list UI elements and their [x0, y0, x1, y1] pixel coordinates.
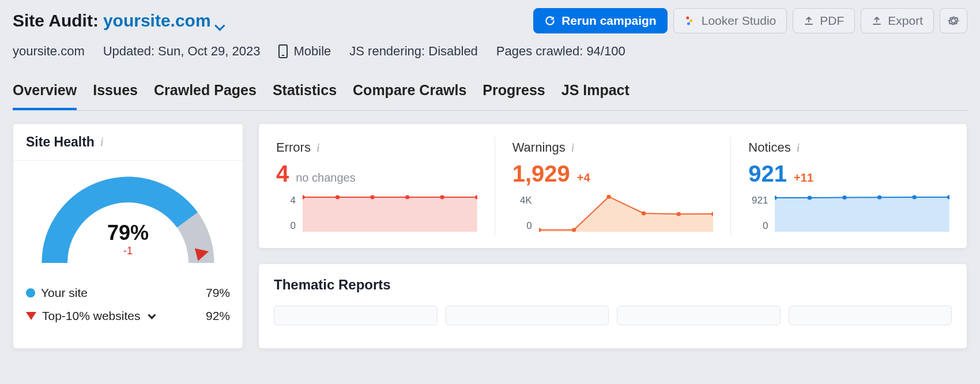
warnings-delta: +4 [577, 171, 590, 185]
settings-button[interactable] [940, 8, 967, 33]
info-icon[interactable]: i [100, 135, 104, 149]
errors-sparkline [303, 195, 477, 232]
gauge-percent: 79% [107, 221, 149, 245]
errors-sub: no changes [296, 171, 355, 185]
tab-statistics[interactable]: Statistics [273, 82, 337, 110]
tab-issues[interactable]: Issues [93, 82, 138, 110]
svg-point-5 [336, 195, 340, 199]
info-icon[interactable]: i [316, 141, 320, 155]
legend-top10[interactable]: Top-10% websites 92% [26, 304, 230, 327]
svg-point-19 [808, 196, 812, 200]
site-health-gauge: 79% -1 [33, 171, 223, 272]
dot-icon [26, 288, 35, 298]
chevron-down-icon [148, 311, 156, 319]
svg-marker-17 [775, 197, 949, 232]
stats-card: Errors i 4 no changes 4 0 [258, 123, 967, 249]
legend-your-site-value: 79% [206, 286, 230, 300]
pdf-button[interactable]: PDF [793, 8, 855, 33]
warnings-sparkline [539, 195, 714, 232]
meta-bar: yoursite.com Updated: Sun, Oct 29, 2023 … [13, 44, 967, 59]
svg-point-15 [676, 212, 681, 216]
pdf-label: PDF [820, 14, 844, 28]
rerun-campaign-button[interactable]: Rerun campaign [533, 8, 668, 33]
svg-point-2 [687, 22, 690, 25]
mobile-icon [278, 44, 288, 58]
notices-sparkline [775, 195, 949, 232]
notices-delta: +11 [794, 171, 813, 185]
svg-point-21 [877, 195, 882, 199]
thematic-block[interactable] [617, 306, 781, 325]
title-prefix: Site Audit: [13, 11, 99, 31]
meta-js-rendering: JS rendering: Disabled [349, 44, 478, 59]
rerun-label: Rerun campaign [561, 14, 657, 28]
thematic-block[interactable] [446, 306, 609, 325]
svg-point-1 [689, 20, 692, 22]
meta-updated: Updated: Sun, Oct 29, 2023 [103, 44, 261, 59]
stat-errors[interactable]: Errors i 4 no changes 4 0 [259, 137, 495, 235]
svg-point-13 [606, 195, 611, 199]
tab-crawled-pages[interactable]: Crawled Pages [154, 82, 257, 110]
page-title: Site Audit: yoursite.com [13, 11, 225, 31]
gear-icon [947, 14, 960, 27]
thematic-block[interactable] [789, 306, 952, 325]
upload-icon [804, 15, 814, 27]
looker-label: Looker Studio [702, 14, 777, 28]
svg-marker-3 [303, 197, 477, 232]
meta-pages-crawled: Pages crawled: 94/100 [496, 44, 625, 59]
meta-device: Mobile [278, 44, 331, 59]
svg-point-14 [641, 212, 646, 216]
notices-value: 921 [748, 161, 787, 187]
thematic-reports-card: Thematic Reports [258, 263, 967, 349]
refresh-icon [544, 15, 556, 27]
info-icon[interactable]: i [797, 141, 800, 155]
domain-selector[interactable]: yoursite.com [103, 11, 225, 31]
triangle-down-icon [26, 312, 36, 320]
site-health-title: Site Health i [13, 124, 243, 161]
svg-point-8 [440, 195, 444, 199]
upload-icon [872, 15, 882, 27]
export-button[interactable]: Export [861, 8, 934, 33]
tab-js-impact[interactable]: JS Impact [561, 82, 630, 110]
domain-name: yoursite.com [103, 11, 211, 31]
svg-point-20 [843, 195, 847, 199]
tab-progress[interactable]: Progress [483, 82, 545, 110]
meta-site: yoursite.com [13, 44, 85, 59]
svg-point-12 [571, 228, 576, 232]
legend-your-site: Your site 79% [26, 281, 230, 304]
stat-notices[interactable]: Notices i 921 +11 921 0 [730, 137, 967, 235]
thematic-block[interactable] [274, 306, 438, 325]
svg-point-0 [686, 17, 689, 20]
looker-icon [684, 15, 696, 27]
svg-point-22 [913, 195, 917, 199]
site-health-card: Site Health i 79% -1 [13, 123, 243, 349]
tab-overview[interactable]: Overview [13, 82, 77, 110]
errors-value: 4 [276, 161, 289, 187]
svg-point-7 [405, 195, 410, 199]
gauge-delta: -1 [107, 245, 149, 257]
looker-studio-button[interactable]: Looker Studio [673, 8, 787, 33]
tab-compare-crawls[interactable]: Compare Crawls [353, 82, 466, 110]
export-label: Export [888, 14, 923, 28]
info-icon[interactable]: i [571, 141, 575, 155]
tabs: Overview Issues Crawled Pages Statistics… [13, 82, 967, 111]
legend-top10-value: 92% [206, 309, 230, 323]
svg-point-6 [370, 195, 375, 199]
stat-warnings[interactable]: Warnings i 1,929 +4 4K 0 [495, 137, 731, 235]
chevron-down-icon [214, 16, 225, 26]
warnings-value: 1,929 [512, 161, 570, 187]
thematic-title: Thematic Reports [274, 277, 952, 293]
